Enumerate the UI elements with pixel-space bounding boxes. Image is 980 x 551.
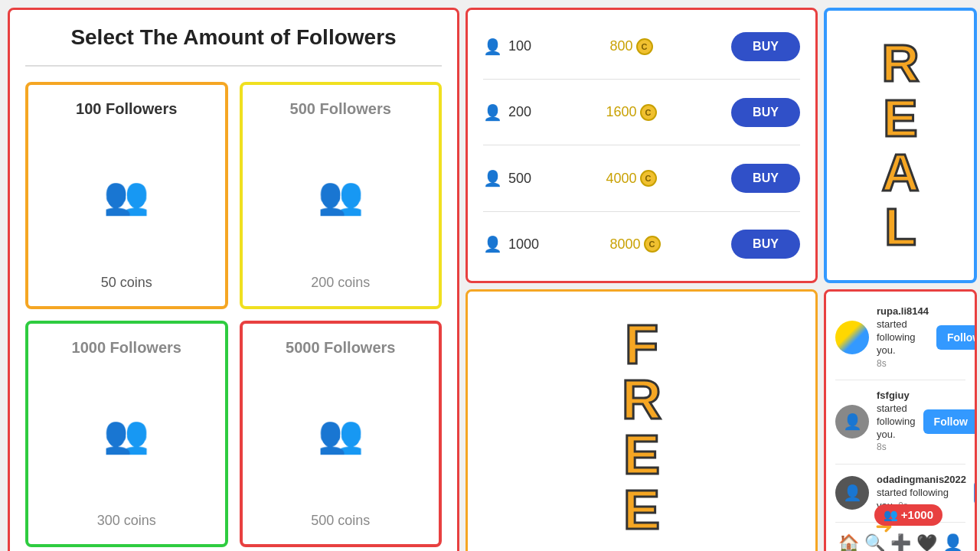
price-label: 8000 C [610,236,661,253]
price-value: 800 [610,38,633,54]
profile-icon[interactable]: 👤 [942,533,963,551]
price-value: 1600 [606,104,637,120]
follow-button-1[interactable]: Follow [936,325,977,350]
notif-row-1: rupa.li8144 started following you. 8s Fo… [835,301,965,374]
coins-label: 500 coins [311,513,370,529]
buy-button-200[interactable]: BUY [731,98,800,127]
price-label: 800 C [610,38,653,55]
notif-row-2: 👤 fsfgiuy started following you. 8s Foll… [835,385,965,458]
follow-button-2[interactable]: Follow [923,409,977,434]
buy-row-200: 👤 200 1600 C BUY [483,93,800,132]
real-letter-l: L [884,200,916,254]
divider [483,79,800,80]
buy-amount: 1000 [508,236,539,253]
divider [835,380,965,380]
notif-username-2: fsfgiuy [877,390,910,401]
buy-amount: 500 [508,171,531,187]
heart-icon[interactable]: 🖤 [916,533,937,551]
buy-amount: 200 [508,104,531,120]
people-icon: 👥 [103,413,149,456]
card-title: 1000 Followers [72,339,181,357]
buy-row-1000: 👤 1000 8000 C BUY [483,225,800,263]
card-title: 100 Followers [76,100,177,118]
people-icon: 👥 [103,174,149,217]
coin-icon: C [640,170,657,187]
followers-badge: 👥 +1000 [874,504,942,526]
coins-label: 50 coins [101,275,152,291]
free-letter-e1: E [623,427,660,482]
card-500-followers[interactable]: 500 Followers 👥 200 coins [240,82,443,309]
notif-time-2: 8s [877,442,887,452]
price-label: 1600 C [606,104,657,121]
avatar-2: 👤 [835,405,869,439]
notif-time-1: 8s [877,358,887,369]
avatar-1 [835,321,869,354]
bottom-bar: 🏠 🔍 ➕ 🖤 👤 ➜ 👥 +1000 [835,527,965,551]
people-icon: 👤 [483,37,502,56]
price-value: 8000 [610,236,641,253]
real-panel: R E A L [824,8,977,283]
people-icon: 👤 [483,169,502,187]
free-letter-e2: E [623,482,660,537]
card-title: 5000 Followers [286,339,395,357]
notif-text-1: rupa.li8144 started following you. 8s [877,305,929,370]
people-icon: 👤 [483,103,502,122]
home-icon[interactable]: 🏠 [838,533,859,551]
notifications-panel: rupa.li8144 started following you. 8s Fo… [824,289,977,551]
buy-row-left: 👤 1000 [483,235,539,253]
add-icon[interactable]: ➕ [890,533,911,551]
free-letter-r: R [622,372,662,427]
badge-icon: 👥 [884,508,898,522]
price-value: 4000 [606,171,637,187]
buy-row-100: 👤 100 800 C BUY [483,28,800,66]
panel-title: Select The Amount of Followers [70,25,396,50]
coins-label: 200 coins [311,275,370,291]
buy-amount: 100 [508,38,531,54]
divider [25,65,442,67]
card-title: 500 Followers [290,100,391,118]
real-letter-r: R [881,36,919,90]
divider [483,211,800,212]
follow-button-3[interactable]: Follow [974,481,977,505]
buy-row-left: 👤 100 [483,37,531,56]
people-icon: 👥 [318,413,364,456]
people-icon: 👤 [483,235,502,253]
avatar-3: 👤 [835,476,869,510]
buy-row-500: 👤 500 4000 C BUY [483,159,800,197]
buy-row-left: 👤 200 [483,103,531,122]
people-icon: 👥 [318,174,364,217]
select-followers-panel: Select The Amount of Followers 100 Follo… [8,8,459,551]
coin-icon: C [644,236,661,253]
notif-text-2: fsfgiuy started following you. 8s [877,390,916,454]
price-label: 4000 C [606,170,657,187]
card-1000-followers[interactable]: 1000 Followers 👥 300 coins [25,321,228,548]
card-100-followers[interactable]: 100 Followers 👥 50 coins [25,82,228,309]
divider [483,145,800,145]
free-letter-f: F [625,317,658,372]
card-5000-followers[interactable]: 5000 Followers 👥 500 coins [240,321,443,548]
buy-button-1000[interactable]: BUY [731,230,800,259]
divider [835,464,965,465]
coin-icon: C [640,104,657,121]
buy-panel: 👤 100 800 C BUY 👤 200 1600 C BUY 👤 500 4… [466,8,818,283]
follower-grid: 100 Followers 👥 50 coins 500 Followers 👥… [25,82,442,547]
free-panel: F R E E [466,289,818,551]
free-text: F R E E [622,317,662,537]
buy-row-left: 👤 500 [483,169,531,187]
real-letter-a: A [881,145,919,200]
badge-count: +1000 [901,508,933,521]
real-letter-e: E [883,91,917,145]
buy-button-100[interactable]: BUY [731,32,800,61]
buy-button-500[interactable]: BUY [731,164,800,193]
coin-icon: C [636,38,653,55]
coins-label: 300 coins [97,513,156,529]
notif-username-3: odadingmanis2022 [877,474,966,485]
notif-username-1: rupa.li8144 [877,305,929,317]
